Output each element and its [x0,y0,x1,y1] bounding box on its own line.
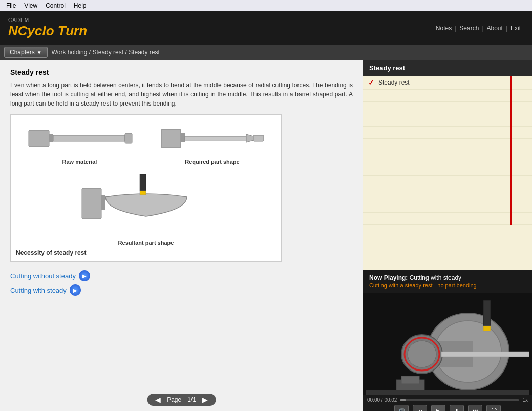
page-label: Page [167,396,181,403]
toc-header: Steady rest [363,60,532,76]
header-navigation: Notes | Search | About | Exit [433,25,524,32]
toc-item-9[interactable] [363,176,532,188]
svg-marker-22 [483,326,491,331]
toc-item-steady-rest[interactable]: ✓ Steady rest [363,76,532,90]
required-part-label: Required part shape [185,159,239,165]
toc-item-11[interactable] [363,200,532,213]
toc-item-2[interactable] [363,90,532,102]
toc-item-label: Steady rest [378,79,410,86]
nav-about[interactable]: About [484,25,506,32]
svg-rect-25 [366,390,529,395]
speed-indicator: 1x [522,397,528,403]
image-box-caption: Necessity of steady rest [16,249,276,256]
toc-item-10[interactable] [363,188,532,200]
now-playing-title: Now Playing: Cutting with steady [369,274,526,281]
required-part-image [159,120,266,156]
svg-rect-11 [140,174,146,191]
main-layout: Steady rest Even when a long part is hel… [0,60,532,411]
link-cutting-with-label: Cutting with steady [10,286,67,294]
now-playing-panel: Now Playing: Cutting with steady Cutting… [363,270,532,293]
progress-bar-container: 00:00 / 00:02 1x [367,397,528,403]
toc-items: ✓ Steady rest [363,76,532,225]
logo-cadem: CADEM [8,17,87,23]
menu-help[interactable]: Help [70,1,91,10]
volume-button[interactable]: 🔊 [394,405,409,411]
illustration-box: Raw material Required part shape [10,114,282,262]
video-scene [366,293,529,395]
svg-rect-0 [29,130,49,147]
page-description: Even when a long part is held between ce… [10,80,353,108]
svg-rect-5 [181,133,185,142]
svg-rect-6 [185,136,246,140]
svg-rect-1 [49,134,53,142]
svg-rect-9 [82,188,101,219]
play-icon-without: ▶ [79,270,90,281]
logo-ncyclo: NCyclo Turn [8,23,87,39]
page-navigation: ◀ Page 1/1 ▶ [147,394,216,406]
app-logo: CADEM NCyclo Turn [8,17,87,39]
fullscreen-button[interactable]: ⛶ [486,405,501,411]
svg-rect-20 [441,352,529,357]
breadcrumb: Work holding / Steady rest / Steady rest [52,49,160,56]
svg-rect-3 [125,133,132,143]
app-header: CADEM NCyclo Turn Notes | Search | About… [0,11,532,45]
progress-fill [400,399,406,401]
nav-exit[interactable]: Exit [507,25,524,32]
video-links: Cutting without steady ▶ Cutting with st… [10,270,353,296]
next-page-button[interactable]: ▶ [202,396,208,404]
toc-item-6[interactable] [363,139,532,151]
image-grid: Raw material Required part shape [16,120,276,246]
svg-rect-4 [161,129,181,148]
now-playing-subtitle: Cutting with a steady rest - no part ben… [369,282,526,289]
video-controls: 00:00 / 00:02 1x 🔊 ⏮ ▶ ⏸ ⏭ ⛶ [363,395,532,411]
pause-button[interactable]: ⏸ [450,405,464,411]
play-button[interactable]: ▶ [431,405,445,411]
table-of-contents: Steady rest ✓ Steady rest [363,60,532,270]
raw-material-label: Raw material [62,159,97,165]
page-title: Steady rest [10,68,353,76]
menu-view[interactable]: View [20,1,41,10]
toc-item-3[interactable] [363,102,532,114]
progress-track[interactable] [400,399,519,401]
prev-button[interactable]: ⏮ [413,405,427,411]
link-cutting-with[interactable]: Cutting with steady ▶ [10,284,353,296]
svg-marker-12 [140,191,146,195]
menu-bar: File View Control Help [0,0,532,11]
svg-rect-2 [53,135,125,141]
next-button[interactable]: ⏭ [468,405,482,411]
prev-page-button[interactable]: ◀ [155,396,161,404]
control-buttons: 🔊 ⏮ ▶ ⏸ ⏭ ⛶ [367,405,528,411]
svg-rect-21 [483,300,491,326]
svg-marker-7 [246,134,253,142]
resultant-part-label: Resultant part shape [118,240,174,246]
svg-rect-8 [253,135,264,141]
nav-notes[interactable]: Notes [433,25,455,32]
chevron-down-icon: ▼ [37,50,42,55]
nav-search[interactable]: Search [456,25,482,32]
raw-material-image [26,120,134,156]
svg-rect-24 [401,376,419,384]
check-icon: ✓ [368,78,374,87]
menu-file[interactable]: File [2,1,20,10]
toc-item-7[interactable] [363,151,532,163]
page-number: 1/1 [187,396,196,403]
svg-rect-10 [101,195,105,210]
resultant-part-image [79,170,212,237]
play-icon-with: ▶ [70,284,81,296]
menu-control[interactable]: Control [41,1,70,10]
svg-point-18 [408,341,436,367]
toc-item-8[interactable] [363,163,532,176]
time-display: 00:00 / 00:02 [367,397,397,403]
chapters-button[interactable]: Chapters ▼ [4,47,48,58]
toc-item-4[interactable] [363,114,532,127]
link-cutting-without-label: Cutting without steady [10,272,76,280]
content-area: Steady rest Even when a long part is hel… [0,60,363,411]
required-part-cell: Required part shape [148,120,276,165]
link-cutting-without[interactable]: Cutting without steady ▶ [10,270,353,281]
toc-item-5[interactable] [363,127,532,139]
right-panel: Steady rest ✓ Steady rest [363,60,532,411]
video-preview [363,293,532,395]
toolbar: Chapters ▼ Work holding / Steady rest / … [0,45,532,60]
toc-item-12[interactable] [363,213,532,225]
raw-material-cell: Raw material [16,120,143,165]
